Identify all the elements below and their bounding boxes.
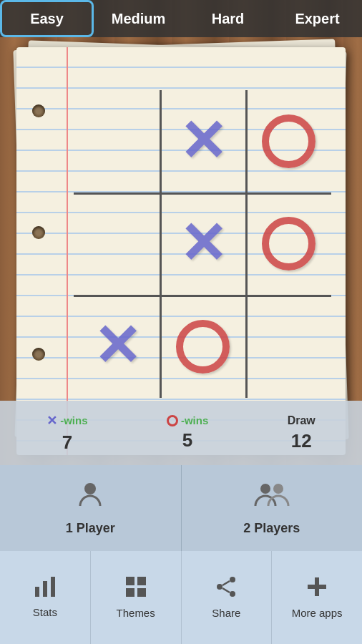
svg-rect-4 [43, 581, 47, 597]
svg-point-10 [230, 577, 235, 582]
cell-2-1[interactable] [160, 296, 245, 398]
stats-button[interactable]: Stats [0, 551, 91, 644]
cell-2-2[interactable] [245, 296, 331, 398]
two-players-button[interactable]: 2 Players [182, 465, 363, 551]
x-score-item: ✕ -wins 7 [47, 413, 87, 454]
game-paper: ✕ ✕ ✕ [16, 47, 346, 455]
players-section: 1 Player 2 Players [0, 465, 362, 551]
draw-score-item: Draw 12 [288, 414, 315, 452]
cell-1-1[interactable]: ✕ [160, 192, 245, 295]
share-label: Share [212, 607, 240, 619]
svg-line-14 [222, 588, 230, 592]
one-player-label: 1 Player [66, 521, 115, 536]
x-mark: ✕ [179, 215, 227, 273]
paper-hole-1 [32, 104, 45, 117]
tab-expert[interactable]: Expert [273, 0, 362, 37]
o-mark [262, 114, 315, 168]
draw-score-label: Draw [288, 414, 315, 427]
svg-line-13 [222, 581, 230, 585]
svg-rect-5 [51, 577, 55, 597]
x-icon: ✕ [47, 413, 57, 429]
themes-label: Themes [117, 607, 155, 619]
svg-rect-3 [35, 587, 39, 597]
more-apps-label: More apps [292, 607, 343, 619]
svg-rect-8 [126, 588, 134, 597]
themes-icon [125, 576, 147, 602]
stats-label: Stats [33, 606, 57, 618]
svg-point-0 [84, 483, 96, 494]
draw-label: Draw [288, 414, 315, 427]
cell-0-0[interactable] [74, 90, 160, 192]
tab-easy[interactable]: Easy [0, 0, 94, 37]
svg-rect-6 [126, 577, 134, 585]
o-icon [167, 415, 178, 426]
score-area: ✕ -wins 7 -wins 5 Draw 12 [0, 401, 362, 465]
cell-1-0[interactable] [74, 192, 160, 295]
paper-hole-3 [32, 348, 45, 361]
draw-score-value: 12 [291, 430, 312, 452]
two-players-icon [254, 480, 290, 515]
share-icon [215, 576, 237, 602]
one-player-icon [76, 480, 104, 515]
svg-rect-9 [137, 588, 146, 597]
svg-point-12 [230, 591, 235, 597]
one-player-button[interactable]: 1 Player [0, 465, 182, 551]
svg-rect-7 [137, 577, 146, 585]
share-button[interactable]: Share [182, 551, 273, 644]
cell-1-2[interactable] [245, 192, 331, 295]
difficulty-bar: Easy Medium Hard Expert [0, 0, 362, 37]
x-score-label: ✕ -wins [47, 413, 87, 429]
more-apps-icon [306, 576, 328, 602]
o-score-label: -wins [167, 414, 208, 426]
more-apps-button[interactable]: More apps [272, 551, 362, 644]
o-score-item: -wins 5 [167, 414, 208, 452]
stats-icon [34, 577, 57, 602]
themes-button[interactable]: Themes [91, 551, 182, 644]
two-players-label: 2 Players [243, 521, 300, 536]
x-mark: ✕ [93, 318, 141, 375]
o-mark [176, 320, 230, 374]
o-score-value: 5 [182, 429, 192, 452]
x-mark: ✕ [179, 113, 227, 170]
x-wins-text: -wins [60, 414, 87, 426]
bottom-nav: Stats Themes Share [0, 551, 362, 644]
svg-point-1 [260, 484, 270, 494]
cell-2-0[interactable]: ✕ [74, 296, 160, 398]
tab-medium[interactable]: Medium [94, 0, 183, 37]
svg-point-2 [273, 484, 283, 494]
x-score-value: 7 [62, 431, 72, 454]
svg-rect-16 [308, 585, 326, 589]
o-mark [262, 217, 315, 270]
game-board: ✕ ✕ ✕ [74, 90, 331, 398]
svg-point-11 [217, 584, 222, 590]
cell-0-1[interactable]: ✕ [160, 90, 245, 192]
paper-hole-2 [32, 226, 45, 239]
o-wins-text: -wins [181, 414, 208, 426]
cell-0-2[interactable] [245, 90, 331, 192]
tab-hard[interactable]: Hard [183, 0, 273, 37]
